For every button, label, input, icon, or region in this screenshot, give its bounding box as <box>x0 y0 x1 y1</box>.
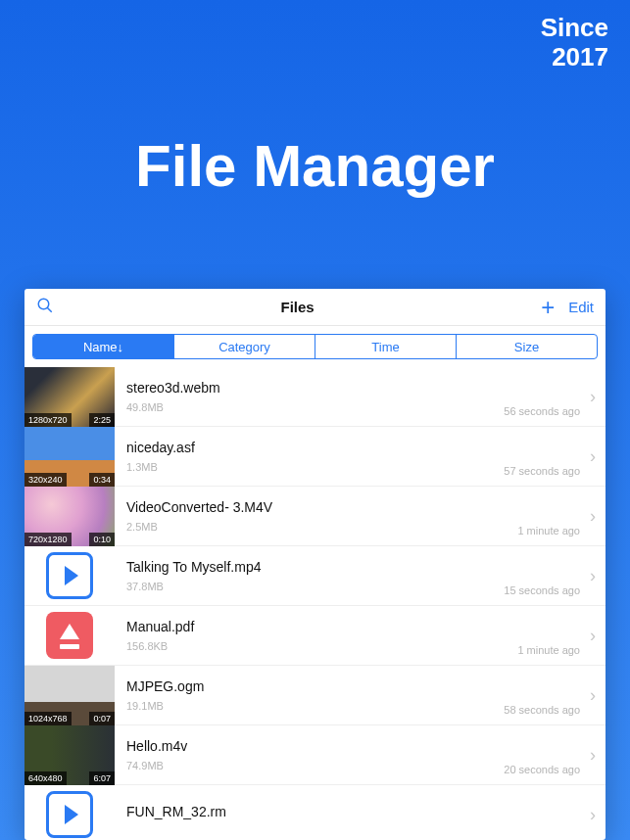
file-size: 49.8MB <box>126 401 504 413</box>
video-thumbnail: 1280x720 2:25 <box>24 367 115 427</box>
video-thumbnail: 1024x768 0:07 <box>24 666 115 725</box>
segment-time[interactable]: Time <box>315 335 457 358</box>
file-row[interactable]: Manual.pdf 156.8KB 1 minute ago › <box>24 606 606 666</box>
nav-title: Files <box>54 299 541 315</box>
file-row[interactable]: 1024x768 0:07 MJPEG.ogm 19.1MB 58 second… <box>24 666 606 725</box>
file-size: 74.9MB <box>126 760 504 771</box>
file-time: 20 seconds ago <box>504 764 580 784</box>
search-icon[interactable] <box>36 297 54 318</box>
file-size: 2.5MB <box>126 521 517 533</box>
svg-point-0 <box>38 299 49 309</box>
chevron-right-icon: › <box>590 685 596 706</box>
file-row[interactable]: 320x240 0:34 niceday.asf 1.3MB 57 second… <box>24 427 606 487</box>
file-time: 1 minute ago <box>517 525 580 545</box>
file-name: VideoConverted- 3.M4V <box>126 499 517 515</box>
page-title: File Manager <box>0 132 630 200</box>
file-row[interactable]: 720x1280 0:10 VideoConverted- 3.M4V 2.5M… <box>24 487 606 546</box>
chevron-right-icon: › <box>590 805 596 825</box>
file-time: 57 seconds ago <box>504 465 580 486</box>
segment-name[interactable]: Name↓ <box>33 335 174 358</box>
file-name: FUN_RM_32.rm <box>126 804 580 819</box>
chevron-right-icon: › <box>590 745 596 766</box>
file-name: Hello.m4v <box>126 738 504 754</box>
chevron-right-icon: › <box>590 626 596 646</box>
play-icon <box>24 546 115 606</box>
file-name: MJPEG.ogm <box>126 678 504 694</box>
file-time: 15 seconds ago <box>504 584 580 605</box>
pdf-icon <box>24 606 115 666</box>
file-size: 156.8KB <box>126 640 517 652</box>
svg-line-1 <box>47 307 52 312</box>
file-name: stereo3d.webm <box>126 380 504 396</box>
chevron-right-icon: › <box>590 387 596 407</box>
file-time: 56 seconds ago <box>504 405 580 426</box>
file-time: 58 seconds ago <box>504 704 580 724</box>
since-badge: Since 2017 <box>541 14 608 72</box>
play-icon <box>24 785 115 841</box>
file-row[interactable]: 640x480 6:07 Hello.m4v 74.9MB 20 seconds… <box>24 725 606 785</box>
sort-segment: Name↓ Category Time Size <box>32 334 598 359</box>
add-button[interactable]: + <box>541 296 555 319</box>
file-row[interactable]: 1280x720 2:25 stereo3d.webm 49.8MB 56 se… <box>24 367 606 427</box>
file-name: Talking To Myself.mp4 <box>126 559 504 575</box>
chevron-right-icon: › <box>590 446 596 467</box>
chevron-right-icon: › <box>590 506 596 527</box>
device-frame: Files + Edit Name↓ Category Time Size 12… <box>24 289 606 840</box>
video-thumbnail: 320x240 0:34 <box>24 427 115 487</box>
segment-category[interactable]: Category <box>174 335 315 358</box>
file-size: 1.3MB <box>126 461 504 473</box>
file-time: 1 minute ago <box>517 644 580 665</box>
file-size: 37.8MB <box>126 581 504 592</box>
chevron-right-icon: › <box>590 566 596 586</box>
file-name: Manual.pdf <box>126 619 517 634</box>
video-thumbnail: 640x480 6:07 <box>24 725 115 785</box>
edit-button[interactable]: Edit <box>568 299 594 315</box>
file-size: 19.1MB <box>126 700 504 712</box>
file-name: niceday.asf <box>126 440 504 455</box>
segment-size[interactable]: Size <box>457 335 597 358</box>
file-list: 1280x720 2:25 stereo3d.webm 49.8MB 56 se… <box>24 367 606 840</box>
file-row[interactable]: FUN_RM_32.rm › <box>24 785 606 840</box>
file-row[interactable]: Talking To Myself.mp4 37.8MB 15 seconds … <box>24 546 606 606</box>
video-thumbnail: 720x1280 0:10 <box>24 487 115 546</box>
nav-bar: Files + Edit <box>24 289 606 326</box>
